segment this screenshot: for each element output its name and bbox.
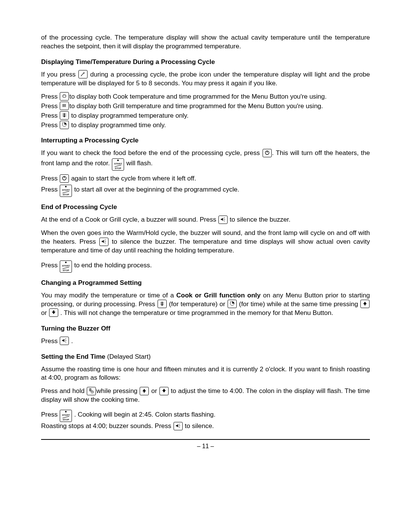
press-list: Press STARTSTOP . Cooking will begin at …	[41, 409, 370, 431]
paragraph: Press .	[41, 337, 370, 346]
start-stop-button: STARTSTOP	[112, 158, 124, 171]
arrow-up-icon	[360, 300, 370, 308]
arrow-down-icon	[49, 308, 58, 317]
line: Press to display both Cook temperature a…	[41, 93, 370, 101]
temperature-icon	[158, 300, 167, 308]
text: Press	[41, 121, 59, 129]
grill-icon	[60, 102, 69, 110]
paragraph: Press and hold while pressing or to adju…	[41, 387, 370, 404]
text: Press	[41, 186, 59, 193]
text: Press	[41, 102, 59, 110]
text: to display programmed time only.	[69, 121, 166, 129]
footer-rule	[41, 439, 370, 440]
power-icon	[60, 174, 69, 183]
text: Press	[41, 411, 59, 419]
end-time-icon	[87, 387, 96, 395]
text: or	[149, 387, 159, 395]
text: to start all over at the beginning of th…	[72, 186, 239, 193]
text: or	[41, 309, 49, 316]
text: . This will not change the temperature o…	[59, 309, 333, 316]
press-list: Press again to start the cycle from wher…	[41, 174, 370, 196]
text: . Cooking will begin at 2:45. Colon star…	[72, 411, 215, 419]
text: to display programmed temperature only.	[69, 112, 188, 119]
buzzer-icon	[60, 337, 69, 345]
heading-buzzer-off: Turning the Buzzer Off	[41, 324, 370, 333]
text: Press	[41, 262, 59, 269]
line: Press again to start the cycle from wher…	[41, 174, 370, 183]
paragraph: Assume the roasting time is one hour and…	[41, 365, 370, 383]
line: Roasting stops at 4:00; buzzer sounds. P…	[41, 422, 370, 431]
text: to display both Cook temperature and tim…	[69, 93, 327, 100]
text: (for temperature) or	[167, 300, 227, 308]
heading-changing: Changing a Programmed Setting	[41, 279, 370, 288]
paragraph: If you press during a processing cycle, …	[41, 70, 370, 88]
press-list: Press to display both Cook temperature a…	[41, 93, 370, 130]
page-number: – 11 –	[41, 442, 370, 451]
heading-end-time: Setting the End Time (Delayed Start)	[41, 353, 370, 361]
start-stop-button: STARTSTOP	[60, 185, 72, 197]
text: will flash.	[124, 160, 153, 167]
text: Press	[41, 337, 59, 345]
text: to silence the buzzer.	[228, 216, 290, 223]
arrow-down-icon	[159, 387, 169, 395]
time-icon	[60, 121, 69, 129]
start-stop-button: STARTSTOP	[60, 260, 72, 273]
text: to end the holding process.	[72, 262, 152, 269]
text: Roasting stops at 4:00; buzzer sounds. P…	[41, 422, 173, 430]
line: Press to display both Grill temperature …	[41, 102, 370, 111]
buzzer-icon	[218, 216, 228, 224]
paragraph: If you want to check the food before the…	[41, 149, 370, 170]
intro-paragraph: of the processing cycle. The temperature…	[41, 34, 370, 51]
text: If you press	[41, 71, 78, 78]
text: If you want to check the food before the…	[41, 149, 262, 157]
text: Press	[41, 112, 59, 119]
line: Press STARTSTOP to start all over at the…	[41, 184, 370, 196]
heading-displaying: Displaying Time/Temperature During a Pro…	[41, 58, 370, 67]
probe-icon	[78, 70, 88, 78]
heading-interrupting: Interrupting a Processing Cycle	[41, 136, 370, 145]
cook-icon	[60, 92, 69, 101]
text: Press	[41, 93, 59, 100]
line: Press to display programmed time only.	[41, 121, 370, 130]
text: to silence.	[183, 422, 214, 430]
paragraph: Press STARTSTOP to end the holding proce…	[41, 260, 370, 272]
text: .	[69, 337, 73, 345]
bold-text: Cook or Grill function only	[176, 292, 260, 299]
paragraph: You may modify the temperature or time o…	[41, 291, 370, 318]
power-icon	[263, 149, 272, 157]
heading-end: End of Processing Cycle	[41, 203, 370, 212]
text: again to start the cycle from where it l…	[69, 175, 196, 182]
buzzer-icon	[99, 238, 108, 246]
text: while pressing	[96, 387, 139, 395]
start-stop-button: STARTSTOP	[60, 410, 72, 422]
line: Press STARTSTOP . Cooking will begin at …	[41, 409, 370, 421]
text: (Delayed Start)	[105, 353, 151, 360]
text: Press	[41, 175, 59, 182]
arrow-up-icon	[140, 387, 149, 395]
text: You may modify the temperature or time o…	[41, 292, 176, 299]
buzzer-icon	[174, 422, 183, 430]
text: At the end of a Cook or Grill cycle, a b…	[41, 216, 218, 223]
text: Setting the End Time	[41, 353, 105, 360]
paragraph: When the oven goes into the Warm/Hold cy…	[41, 229, 370, 255]
line: Press to display programmed temperature …	[41, 112, 370, 120]
temperature-icon	[60, 111, 69, 120]
paragraph: At the end of a Cook or Grill cycle, a b…	[41, 216, 370, 224]
text: Press and hold	[41, 387, 86, 395]
text: during a processing cycle, the probe ico…	[41, 71, 370, 87]
document-page: of the processing cycle. The temperature…	[0, 0, 411, 532]
time-icon	[228, 300, 237, 308]
text: (for time) while at the same time pressi…	[237, 300, 360, 308]
text: to display both Grill temperature and ti…	[69, 102, 323, 110]
